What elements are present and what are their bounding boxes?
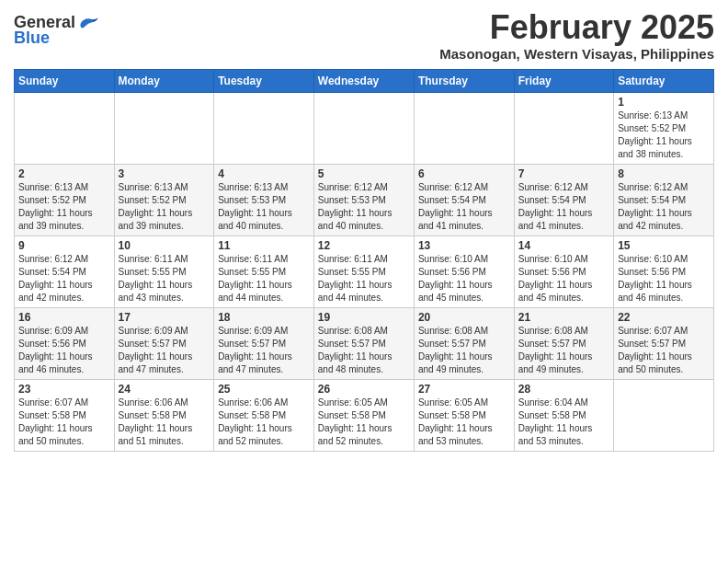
day-number: 2 <box>18 167 110 180</box>
day-info: Sunrise: 6:11 AM Sunset: 5:55 PM Dayligh… <box>119 253 210 304</box>
day-info: Sunrise: 6:13 AM Sunset: 5:52 PM Dayligh… <box>618 109 710 161</box>
day-info: Sunrise: 6:09 AM Sunset: 5:57 PM Dayligh… <box>119 325 210 376</box>
calendar-cell <box>414 92 514 164</box>
day-number: 6 <box>418 167 510 180</box>
day-info: Sunrise: 6:12 AM Sunset: 5:54 PM Dayligh… <box>418 181 510 233</box>
calendar-cell: 13Sunrise: 6:10 AM Sunset: 5:56 PM Dayli… <box>414 236 514 307</box>
calendar-cell: 25Sunrise: 6:06 AM Sunset: 5:58 PM Dayli… <box>214 379 314 451</box>
weekday-header-thursday: Thursday <box>414 69 514 92</box>
day-number: 1 <box>618 96 710 109</box>
calendar-cell <box>15 92 115 164</box>
calendar-cell: 21Sunrise: 6:08 AM Sunset: 5:57 PM Dayli… <box>514 307 613 379</box>
day-info: Sunrise: 6:13 AM Sunset: 5:53 PM Dayligh… <box>218 181 310 233</box>
day-info: Sunrise: 6:11 AM Sunset: 5:55 PM Dayligh… <box>318 253 410 304</box>
calendar-cell: 2Sunrise: 6:13 AM Sunset: 5:52 PM Daylig… <box>15 164 115 236</box>
day-info: Sunrise: 6:12 AM Sunset: 5:54 PM Dayligh… <box>18 253 110 304</box>
calendar-cell: 14Sunrise: 6:10 AM Sunset: 5:56 PM Dayli… <box>514 236 613 307</box>
week-row-3: 9Sunrise: 6:12 AM Sunset: 5:54 PM Daylig… <box>15 236 714 307</box>
calendar-cell <box>114 92 214 164</box>
day-info: Sunrise: 6:12 AM Sunset: 5:54 PM Dayligh… <box>518 181 609 233</box>
day-info: Sunrise: 6:07 AM Sunset: 5:58 PM Dayligh… <box>18 396 110 448</box>
week-row-4: 16Sunrise: 6:09 AM Sunset: 5:56 PM Dayli… <box>15 307 714 379</box>
day-info: Sunrise: 6:09 AM Sunset: 5:56 PM Dayligh… <box>18 325 110 376</box>
day-number: 21 <box>518 311 609 324</box>
calendar-cell: 15Sunrise: 6:10 AM Sunset: 5:56 PM Dayli… <box>614 236 714 307</box>
day-info: Sunrise: 6:08 AM Sunset: 5:57 PM Dayligh… <box>518 325 609 376</box>
calendar-cell: 12Sunrise: 6:11 AM Sunset: 5:55 PM Dayli… <box>313 236 414 307</box>
calendar-cell: 11Sunrise: 6:11 AM Sunset: 5:55 PM Dayli… <box>214 236 314 307</box>
calendar-cell: 4Sunrise: 6:13 AM Sunset: 5:53 PM Daylig… <box>214 164 314 236</box>
day-number: 22 <box>618 311 710 324</box>
weekday-header-monday: Monday <box>114 69 214 92</box>
day-number: 10 <box>119 239 210 252</box>
logo-blue: Blue <box>14 29 50 48</box>
calendar-cell: 9Sunrise: 6:12 AM Sunset: 5:54 PM Daylig… <box>15 236 115 307</box>
calendar-cell: 17Sunrise: 6:09 AM Sunset: 5:57 PM Dayli… <box>114 307 214 379</box>
day-info: Sunrise: 6:10 AM Sunset: 5:56 PM Dayligh… <box>518 253 609 304</box>
page-title: February 2025 <box>439 9 714 46</box>
calendar-cell: 1Sunrise: 6:13 AM Sunset: 5:52 PM Daylig… <box>614 92 714 164</box>
day-info: Sunrise: 6:13 AM Sunset: 5:52 PM Dayligh… <box>18 181 110 233</box>
day-number: 19 <box>318 311 410 324</box>
day-number: 27 <box>418 383 510 396</box>
logo-bird-icon <box>77 15 99 31</box>
day-number: 24 <box>119 383 210 396</box>
calendar-cell: 8Sunrise: 6:12 AM Sunset: 5:54 PM Daylig… <box>614 164 714 236</box>
day-info: Sunrise: 6:12 AM Sunset: 5:53 PM Dayligh… <box>318 181 410 233</box>
calendar-cell: 19Sunrise: 6:08 AM Sunset: 5:57 PM Dayli… <box>313 307 414 379</box>
calendar-cell: 24Sunrise: 6:06 AM Sunset: 5:58 PM Dayli… <box>114 379 214 451</box>
day-number: 17 <box>119 311 210 324</box>
week-row-2: 2Sunrise: 6:13 AM Sunset: 5:52 PM Daylig… <box>15 164 714 236</box>
calendar-cell: 7Sunrise: 6:12 AM Sunset: 5:54 PM Daylig… <box>514 164 613 236</box>
day-number: 26 <box>318 383 410 396</box>
day-number: 18 <box>218 311 310 324</box>
day-number: 5 <box>318 167 410 180</box>
day-number: 12 <box>318 239 410 252</box>
calendar-cell: 10Sunrise: 6:11 AM Sunset: 5:55 PM Dayli… <box>114 236 214 307</box>
calendar-cell <box>514 92 613 164</box>
day-number: 20 <box>418 311 510 324</box>
calendar-cell: 20Sunrise: 6:08 AM Sunset: 5:57 PM Dayli… <box>414 307 514 379</box>
calendar-cell: 27Sunrise: 6:05 AM Sunset: 5:58 PM Dayli… <box>414 379 514 451</box>
day-info: Sunrise: 6:08 AM Sunset: 5:57 PM Dayligh… <box>418 325 510 376</box>
calendar-cell: 18Sunrise: 6:09 AM Sunset: 5:57 PM Dayli… <box>214 307 314 379</box>
day-number: 4 <box>218 167 310 180</box>
day-number: 14 <box>518 239 609 252</box>
weekday-header-friday: Friday <box>514 69 613 92</box>
day-number: 28 <box>518 383 609 396</box>
day-number: 25 <box>218 383 310 396</box>
calendar-cell <box>313 92 414 164</box>
day-info: Sunrise: 6:06 AM Sunset: 5:58 PM Dayligh… <box>119 396 210 448</box>
calendar-table: SundayMondayTuesdayWednesdayThursdayFrid… <box>14 69 714 452</box>
calendar-cell: 3Sunrise: 6:13 AM Sunset: 5:52 PM Daylig… <box>114 164 214 236</box>
title-section: February 2025 Masonogan, Western Visayas… <box>439 9 714 62</box>
calendar-cell: 26Sunrise: 6:05 AM Sunset: 5:58 PM Dayli… <box>313 379 414 451</box>
weekday-header-saturday: Saturday <box>614 69 714 92</box>
page-subtitle: Masonogan, Western Visayas, Philippines <box>439 46 714 62</box>
day-info: Sunrise: 6:08 AM Sunset: 5:57 PM Dayligh… <box>318 325 410 376</box>
page-header: General Blue February 2025 Masonogan, We… <box>14 9 714 62</box>
day-number: 15 <box>618 239 710 252</box>
day-number: 9 <box>18 239 110 252</box>
week-row-5: 23Sunrise: 6:07 AM Sunset: 5:58 PM Dayli… <box>15 379 714 451</box>
day-info: Sunrise: 6:07 AM Sunset: 5:57 PM Dayligh… <box>618 325 710 376</box>
day-info: Sunrise: 6:05 AM Sunset: 5:58 PM Dayligh… <box>318 396 410 448</box>
calendar-cell: 6Sunrise: 6:12 AM Sunset: 5:54 PM Daylig… <box>414 164 514 236</box>
day-info: Sunrise: 6:12 AM Sunset: 5:54 PM Dayligh… <box>618 181 710 233</box>
day-number: 7 <box>518 167 609 180</box>
day-info: Sunrise: 6:06 AM Sunset: 5:58 PM Dayligh… <box>218 396 310 448</box>
week-row-1: 1Sunrise: 6:13 AM Sunset: 5:52 PM Daylig… <box>15 92 714 164</box>
calendar-cell: 16Sunrise: 6:09 AM Sunset: 5:56 PM Dayli… <box>15 307 115 379</box>
day-info: Sunrise: 6:10 AM Sunset: 5:56 PM Dayligh… <box>618 253 710 304</box>
logo: General Blue <box>14 13 99 48</box>
day-number: 16 <box>18 311 110 324</box>
day-info: Sunrise: 6:13 AM Sunset: 5:52 PM Dayligh… <box>119 181 210 233</box>
day-info: Sunrise: 6:04 AM Sunset: 5:58 PM Dayligh… <box>518 396 609 448</box>
day-info: Sunrise: 6:09 AM Sunset: 5:57 PM Dayligh… <box>218 325 310 376</box>
calendar-cell: 5Sunrise: 6:12 AM Sunset: 5:53 PM Daylig… <box>313 164 414 236</box>
weekday-header-sunday: Sunday <box>15 69 115 92</box>
day-number: 3 <box>119 167 210 180</box>
calendar-cell: 22Sunrise: 6:07 AM Sunset: 5:57 PM Dayli… <box>614 307 714 379</box>
calendar-header-row: SundayMondayTuesdayWednesdayThursdayFrid… <box>15 69 714 92</box>
day-number: 23 <box>18 383 110 396</box>
